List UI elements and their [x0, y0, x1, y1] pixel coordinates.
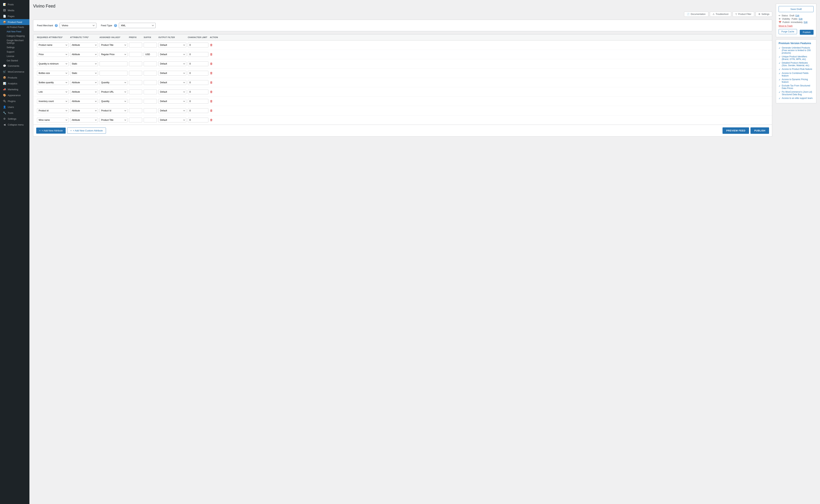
suffix-input-2[interactable]	[144, 61, 157, 66]
required-attr-select-2[interactable]: Quantity is minimum	[37, 61, 69, 66]
assigned-value-select-1[interactable]: Regular Price	[99, 52, 127, 57]
attr-type-select-2[interactable]: Static	[70, 61, 98, 66]
prefix-input-1[interactable]	[129, 52, 142, 57]
premium-link-3[interactable]: Access to Product Rule feature	[782, 68, 812, 70]
output-filter-select-8[interactable]: Default	[158, 118, 186, 122]
required-attr-select-7[interactable]: Product id	[37, 108, 69, 113]
settings-button[interactable]: ⚙ Settings	[756, 12, 772, 17]
suffix-input-4[interactable]	[144, 80, 157, 85]
char-limit-input-3[interactable]	[188, 71, 208, 76]
prefix-input-6[interactable]	[129, 99, 142, 104]
required-attr-select-5[interactable]: Link	[37, 90, 69, 94]
sidebar-sub-all-feeds[interactable]: All Product Feeds	[0, 25, 29, 29]
char-limit-input-2[interactable]	[188, 61, 208, 66]
feed-merchant-select[interactable]: Vivino	[60, 23, 96, 28]
feed-type-select[interactable]: XML	[119, 23, 156, 28]
feed-type-info-icon[interactable]: ?	[114, 24, 117, 27]
assigned-value-select-8[interactable]: Product Title	[99, 118, 127, 122]
char-limit-input-5[interactable]	[188, 90, 208, 94]
sidebar-item-tools[interactable]: 🔧 Tools	[0, 110, 29, 116]
premium-link-5[interactable]: Access to Dynamic Pricing feature	[782, 78, 814, 83]
char-limit-input-1[interactable]	[188, 52, 208, 57]
premium-link-2[interactable]: Detailed Product Attributes (Size, Gende…	[782, 62, 814, 67]
move-to-trash-link[interactable]: Move to Trash	[779, 25, 814, 27]
sidebar-sub-category-mapping[interactable]: Category Mapping	[0, 34, 29, 38]
attr-type-select-1[interactable]: Attribute	[70, 52, 98, 57]
suffix-input-7[interactable]	[144, 108, 157, 113]
sidebar-item-product-feed[interactable]: 📦 Product Feed	[0, 19, 29, 25]
premium-link-7[interactable]: Fix WooCommerce's (Json-Ld) Structured D…	[782, 91, 814, 96]
required-attr-select-3[interactable]: Bottles size	[37, 71, 69, 76]
sidebar-sub-settings[interactable]: Settings	[0, 45, 29, 50]
preview-feed-button[interactable]: PREVIEW FEED	[723, 127, 749, 134]
assigned-value-select-6[interactable]: Quantity	[99, 99, 127, 104]
purge-cache-button[interactable]: Purge Cache	[779, 29, 797, 34]
sidebar-sub-get-started[interactable]: Get Started	[0, 58, 29, 63]
attr-type-select-0[interactable]: Attribute	[70, 43, 98, 47]
delete-row-7[interactable]: 🗑	[210, 109, 213, 112]
attr-type-select-6[interactable]: Attribute	[70, 99, 98, 104]
assigned-value-select-0[interactable]: Product Title	[99, 43, 127, 47]
required-attr-select-1[interactable]: Price	[37, 52, 69, 57]
sidebar-sub-license[interactable]: License	[0, 54, 29, 58]
delete-row-0[interactable]: 🗑	[210, 43, 213, 47]
suffix-input-0[interactable]	[144, 43, 157, 47]
prefix-input-8[interactable]	[129, 118, 142, 122]
assigned-value-select-4[interactable]: Quantity	[99, 80, 127, 85]
add-new-attribute-button[interactable]: + + Add New Attribute	[36, 128, 66, 134]
output-filter-select-4[interactable]: Default	[158, 80, 186, 85]
troubleshoot-button[interactable]: ⚠ Troubleshoot	[710, 12, 731, 17]
output-filter-select-0[interactable]: Default	[158, 43, 186, 47]
output-filter-select-2[interactable]: Default	[158, 61, 186, 66]
sidebar-item-posts[interactable]: 📝 Posts	[0, 1, 29, 7]
sidebar-item-analytics[interactable]: 📊 Analytics	[0, 81, 29, 86]
assigned-value-select-7[interactable]: Product Id	[99, 108, 127, 113]
sidebar-item-pages[interactable]: 📄 Pages	[0, 13, 29, 19]
sidebar-item-users[interactable]: 👤 Users	[0, 104, 29, 110]
attr-type-select-8[interactable]: Attribute	[70, 118, 98, 122]
prefix-input-5[interactable]	[129, 90, 142, 94]
suffix-input-1[interactable]	[144, 52, 157, 57]
feed-merchant-info-icon[interactable]: ?	[55, 24, 58, 27]
premium-link-4[interactable]: Access to Combined Fields feature	[782, 72, 814, 77]
required-attr-select-6[interactable]: Inventory count	[37, 99, 69, 104]
char-limit-input-7[interactable]	[188, 108, 208, 113]
output-filter-select-5[interactable]: Default	[158, 90, 186, 94]
required-attr-select-0[interactable]: Product name	[37, 43, 69, 47]
assigned-value-input-2[interactable]	[99, 61, 127, 66]
output-filter-select-7[interactable]: Default	[158, 108, 186, 113]
prefix-input-0[interactable]	[129, 43, 142, 47]
sidebar-sub-add-new-feed[interactable]: Add New Feed	[0, 29, 29, 34]
add-custom-attribute-button[interactable]: + + Add New Custom Attribute	[67, 128, 106, 134]
publish-schedule-edit-link[interactable]: Edit	[804, 21, 807, 24]
delete-row-3[interactable]: 🗑	[210, 72, 213, 75]
product-filter-button[interactable]: ▽ Product Filter	[733, 12, 754, 17]
char-limit-input-0[interactable]	[188, 43, 208, 47]
publish-button[interactable]: Publish	[800, 30, 814, 35]
documentation-button[interactable]: 📄 Documentation	[684, 12, 708, 17]
required-attr-select-4[interactable]: Bottles quantity	[37, 80, 69, 85]
premium-link-0[interactable]: Generate Unlimited Products (Free versio…	[782, 47, 814, 54]
char-limit-input-8[interactable]	[188, 118, 208, 122]
assigned-value-input-3[interactable]	[99, 71, 127, 76]
sidebar-item-products[interactable]: 📦 Products	[0, 75, 29, 81]
output-filter-select-6[interactable]: Default	[158, 99, 186, 104]
attr-type-select-4[interactable]: Attribute	[70, 80, 98, 85]
sidebar-sub-support[interactable]: Support	[0, 50, 29, 54]
sidebar-item-collapse[interactable]: ◀ Collapse menu	[0, 122, 29, 128]
sidebar-item-marketing[interactable]: 📣 Marketing	[0, 86, 29, 92]
assigned-value-select-5[interactable]: Product URL	[99, 90, 127, 94]
prefix-input-4[interactable]	[129, 80, 142, 85]
delete-row-1[interactable]: 🗑	[210, 53, 213, 56]
sidebar-item-plugins[interactable]: 🔌 Plugins	[0, 98, 29, 104]
char-limit-input-6[interactable]	[188, 99, 208, 104]
sidebar-item-settings-main[interactable]: ⚙ Settings	[0, 116, 29, 122]
output-filter-select-1[interactable]: Default	[158, 52, 186, 57]
visibility-edit-link[interactable]: Edit	[799, 18, 803, 20]
suffix-input-8[interactable]	[144, 118, 157, 122]
required-attr-select-8[interactable]: Wine name	[37, 118, 69, 122]
attr-type-select-5[interactable]: Attribute	[70, 90, 98, 94]
output-filter-select-3[interactable]: Default	[158, 71, 186, 76]
prefix-input-7[interactable]	[129, 108, 142, 113]
suffix-input-6[interactable]	[144, 99, 157, 104]
